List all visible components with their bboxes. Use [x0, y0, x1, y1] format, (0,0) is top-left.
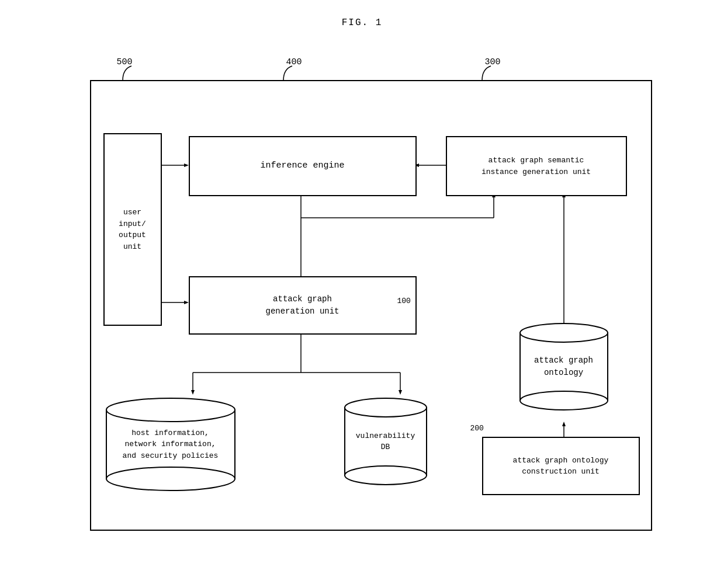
svg-point-26	[520, 391, 608, 410]
svg-point-29	[106, 467, 235, 490]
inference-engine-label: inference engine	[260, 159, 344, 173]
attack-graph-gen-label: attack graphgeneration unit	[265, 293, 339, 318]
svg-point-33	[345, 398, 427, 417]
svg-point-30	[106, 398, 235, 422]
page: FIG. 1	[0, 0, 724, 588]
user-io-label: userinput/outputunit	[119, 207, 146, 252]
ref-100: 100	[397, 297, 411, 305]
user-io-box: userinput/outputunit	[103, 133, 162, 326]
svg-point-32	[345, 466, 427, 485]
ref-300: 300	[485, 57, 501, 67]
attack-graph-ontology-label: attack graphontology	[528, 354, 599, 379]
vulnerability-db-label: vulnerabilityDB	[350, 430, 421, 453]
ref-500: 500	[117, 57, 133, 67]
ontology-construction-label: attack graph ontologyconstruction unit	[513, 455, 609, 478]
attack-graph-semantic-label: attack graph semanticinstance generation…	[481, 155, 591, 178]
attack-graph-ontology-cylinder: attack graphontology	[517, 320, 611, 413]
host-info-cylinder: host information,network information,and…	[103, 395, 238, 494]
attack-graph-gen-box: attack graphgeneration unit	[189, 276, 417, 335]
svg-point-27	[520, 323, 608, 342]
ref-400: 400	[286, 57, 302, 67]
diagram-area: 500 400 300 userinput/outputunit inferen…	[56, 51, 669, 554]
host-info-label: host information,network information,and…	[117, 427, 224, 462]
figure-title: FIG. 1	[342, 18, 383, 28]
attack-graph-semantic-box: attack graph semanticinstance generation…	[446, 136, 627, 196]
ontology-construction-box: attack graph ontologyconstruction unit	[482, 437, 640, 495]
vulnerability-db-cylinder: vulnerabilityDB	[342, 395, 429, 488]
ref-200: 200	[470, 424, 484, 433]
inference-engine-box: inference engine	[189, 136, 417, 196]
